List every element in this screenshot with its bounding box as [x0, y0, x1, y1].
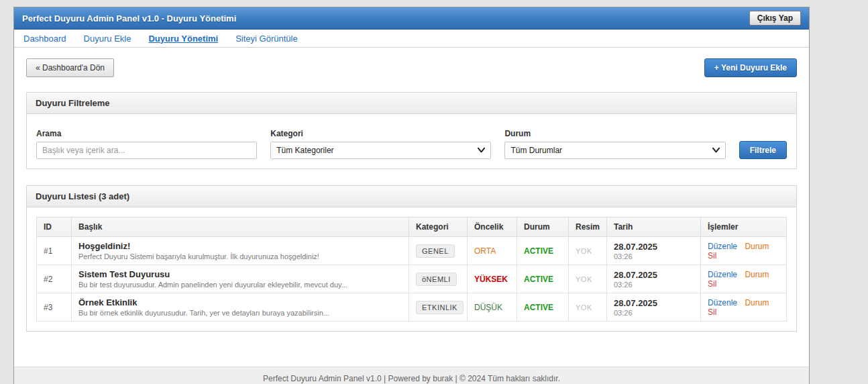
page-title: Perfect Duyuru Admin Panel v1.0 - Duyuru…: [22, 13, 236, 23]
nav-item-duyuru-yonetimi[interactable]: Duyuru Yönetimi: [148, 34, 218, 44]
delete-link[interactable]: Sil: [708, 279, 716, 289]
nav-item-dashboard[interactable]: Dashboard: [23, 34, 66, 44]
image-label: YOK: [576, 275, 592, 283]
category-badge: ETKINLIK: [416, 301, 464, 314]
search-label: Arama: [36, 129, 257, 138]
main-nav: Dashboard Duyuru Ekle Duyuru Yönetimi Si…: [14, 30, 809, 48]
filter-panel: Duyuru Filtreleme Arama Kategori Tüm Kat…: [26, 92, 797, 169]
column-header-baslik: Başlık: [72, 218, 409, 237]
date-label: 28.07.2025: [614, 270, 694, 280]
row-excerpt: Perfect Duyuru Sistemi başarıyla kurulmu…: [78, 252, 402, 260]
table-row: #1 Hoşgeldiniz! Perfect Duyuru Sistemi b…: [37, 237, 787, 265]
edit-link[interactable]: Düzenle: [708, 298, 737, 307]
column-header-resim: Resim: [569, 218, 607, 237]
toolbar: « Dashboard'a Dön + Yeni Duyuru Ekle: [26, 58, 797, 77]
category-badge: GENEL: [416, 244, 455, 258]
time-label: 03:26: [614, 281, 694, 289]
edit-link[interactable]: Düzenle: [708, 242, 737, 251]
category-label: Kategori: [270, 129, 491, 138]
column-header-oncelik: Öncelik: [468, 218, 517, 237]
priority-label: YÜKSEK: [474, 275, 508, 284]
search-field-group: Arama: [36, 129, 257, 159]
row-id: #3: [37, 293, 72, 322]
admin-panel-window: Perfect Duyuru Admin Panel v1.0 - Duyuru…: [13, 7, 810, 384]
list-panel-body: ID Başlık Kategori Öncelik Durum Resim T…: [27, 207, 796, 331]
status-label: Durum: [504, 129, 725, 138]
add-announcement-button[interactable]: + Yeni Duyuru Ekle: [704, 58, 797, 77]
search-input[interactable]: [36, 142, 257, 159]
footer-text: Perfect Duyuru Admin Panel v1.0 | Powere…: [14, 367, 809, 384]
delete-link[interactable]: Sil: [708, 307, 716, 317]
date-label: 28.07.2025: [614, 298, 694, 308]
image-label: YOK: [576, 303, 592, 311]
edit-link[interactable]: Düzenle: [708, 270, 737, 279]
category-field-group: Kategori Tüm Kategoriler: [270, 129, 491, 159]
content-area: « Dashboard'a Dön + Yeni Duyuru Ekle Duy…: [14, 48, 809, 367]
status-link[interactable]: Durum: [745, 242, 769, 251]
date-label: 28.07.2025: [614, 242, 694, 252]
category-badge: öNEMLI: [416, 273, 457, 286]
time-label: 03:26: [614, 309, 694, 317]
row-title: Hoşgeldiniz!: [78, 241, 402, 251]
image-label: YOK: [576, 247, 592, 255]
status-label: ACTIVE: [524, 303, 553, 312]
table-row: #2 Sistem Test Duyurusu Bu bir test duyu…: [37, 265, 787, 293]
status-field-group: Durum Tüm Durumlar: [504, 129, 725, 159]
priority-label: ORTA: [474, 246, 496, 256]
status-link[interactable]: Durum: [745, 298, 769, 307]
time-label: 03:26: [614, 252, 694, 260]
row-excerpt: Bu bir örnek etkinlik duyurusudur. Tarih…: [78, 309, 402, 317]
category-select[interactable]: Tüm Kategoriler: [270, 142, 491, 159]
row-excerpt: Bu bir test duyurusudur. Admin panelinde…: [78, 281, 402, 289]
column-header-islemler: İşlemler: [701, 218, 787, 237]
list-panel-title: Duyuru Listesi (3 adet): [27, 186, 796, 207]
logout-button[interactable]: Çıkış Yap: [749, 11, 801, 26]
nav-item-duyuru-ekle[interactable]: Duyuru Ekle: [84, 34, 131, 44]
list-panel: Duyuru Listesi (3 adet) ID Başlık Katego…: [26, 185, 797, 332]
status-link[interactable]: Durum: [745, 270, 769, 279]
priority-label: DÜŞÜK: [474, 303, 502, 312]
column-header-durum: Durum: [517, 218, 569, 237]
back-to-dashboard-button[interactable]: « Dashboard'a Dön: [26, 58, 114, 77]
delete-link[interactable]: Sil: [708, 251, 716, 260]
table-row: #3 Örnek Etkinlik Bu bir örnek etkinlik …: [37, 293, 787, 322]
announcements-table: ID Başlık Kategori Öncelik Durum Resim T…: [36, 217, 787, 322]
status-select[interactable]: Tüm Durumlar: [504, 142, 725, 159]
row-title: Sistem Test Duyurusu: [78, 269, 402, 279]
row-id: #1: [37, 237, 72, 265]
table-header-row: ID Başlık Kategori Öncelik Durum Resim T…: [37, 218, 787, 237]
nav-item-siteyi-goruntule[interactable]: Siteyi Görüntüle: [235, 34, 298, 44]
column-header-id: ID: [37, 218, 72, 237]
row-title: Örnek Etkinlik: [78, 297, 402, 307]
row-id: #2: [37, 265, 72, 293]
status-label: ACTIVE: [524, 246, 553, 256]
status-label: ACTIVE: [524, 275, 553, 284]
filter-panel-title: Duyuru Filtreleme: [27, 93, 796, 114]
column-header-tarih: Tarih: [607, 218, 701, 237]
filter-button[interactable]: Filtrele: [739, 141, 787, 159]
filter-panel-body: Arama Kategori Tüm Kategoriler: [27, 114, 796, 169]
title-bar: Perfect Duyuru Admin Panel v1.0 - Duyuru…: [14, 7, 809, 30]
column-header-kategori: Kategori: [409, 218, 468, 237]
